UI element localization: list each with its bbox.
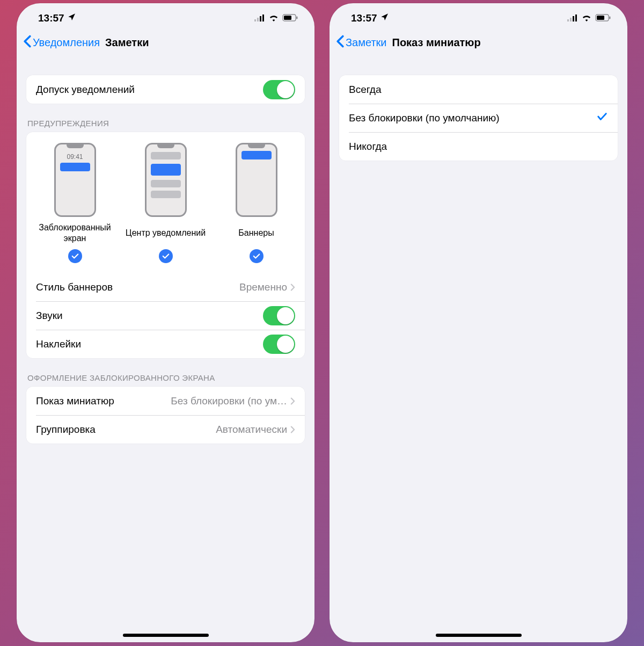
- alert-lock-check[interactable]: [68, 249, 82, 263]
- alert-banner-check[interactable]: [250, 249, 264, 263]
- badges-row[interactable]: Наклейки: [26, 330, 305, 358]
- svg-rect-1: [257, 18, 259, 21]
- alert-lock-label: Заблокированный экран: [30, 222, 120, 244]
- signal-icon: [567, 12, 578, 24]
- status-icons: [254, 12, 298, 24]
- grouping-label: Группировка: [36, 424, 96, 435]
- grouping-row[interactable]: Группировка Автоматически: [26, 415, 305, 444]
- signal-icon: [254, 12, 265, 24]
- previews-value: Без блокировки (по ум…: [171, 395, 287, 407]
- lockscreen-group: Показ миниатюр Без блокировки (по ум… Гр…: [26, 387, 305, 444]
- home-indicator[interactable]: [123, 634, 209, 637]
- badges-label: Наклейки: [36, 338, 81, 350]
- phone-right-previews: 13:57 Заметки Показ миниатюр: [330, 3, 627, 642]
- svg-rect-10: [575, 14, 577, 21]
- chevron-left-icon: [336, 35, 345, 50]
- grouping-value: Автоматически: [216, 424, 287, 435]
- alert-notif-center[interactable]: Центр уведомлений: [120, 143, 211, 263]
- allow-label: Допуск уведомлений: [36, 84, 135, 96]
- wifi-icon: [581, 12, 592, 24]
- badges-toggle[interactable]: [263, 335, 295, 354]
- sounds-label: Звуки: [36, 310, 63, 322]
- home-indicator[interactable]: [436, 634, 522, 637]
- checkmark-icon: [596, 111, 608, 125]
- status-bar: 13:57: [330, 3, 627, 29]
- option-label: Всегда: [349, 84, 381, 96]
- page-title: Заметки: [105, 37, 149, 49]
- page-title: Показ миниатюр: [392, 37, 481, 49]
- lockscreen-header: ОФОРМЛЕНИЕ ЗАБЛОКИРОВАННОГО ЭКРАНА: [17, 358, 314, 387]
- nav-bar: Заметки Показ миниатюр: [330, 29, 627, 56]
- sounds-toggle[interactable]: [263, 306, 295, 325]
- svg-rect-6: [296, 17, 298, 19]
- preview-options: Всегда Без блокировки (по умолчанию) Ник…: [339, 75, 618, 161]
- allow-notifications-row[interactable]: Допуск уведомлений: [26, 75, 305, 104]
- back-button[interactable]: Заметки: [334, 35, 387, 50]
- status-time-text: 13:57: [351, 12, 377, 24]
- battery-icon: [282, 12, 298, 24]
- previews-row[interactable]: Показ миниатюр Без блокировки (по ум…: [26, 387, 305, 415]
- svg-rect-3: [262, 14, 264, 21]
- alerts-header: ПРЕДУПРЕЖДЕНИЯ: [17, 104, 314, 132]
- lock-preview-time: 09:41: [56, 153, 94, 161]
- phone-left-settings: 13:57 Уведомления Заметки: [17, 3, 314, 642]
- alerts-group: 09:41 Заблокированный экран Центр уведом…: [26, 132, 305, 358]
- option-always[interactable]: Всегда: [339, 75, 618, 104]
- banner-style-row[interactable]: Стиль баннеров Временно: [26, 273, 305, 301]
- banner-style-value: Временно: [239, 281, 287, 293]
- location-icon: [380, 12, 389, 24]
- svg-rect-0: [254, 19, 256, 21]
- chevron-right-icon: [290, 425, 295, 434]
- status-time: 13:57: [38, 12, 76, 24]
- svg-rect-7: [567, 19, 569, 21]
- alert-center-check[interactable]: [159, 249, 173, 263]
- nav-bar: Уведомления Заметки: [17, 29, 314, 56]
- wifi-icon: [268, 12, 279, 24]
- lockscreen-preview-icon: 09:41: [54, 143, 96, 217]
- back-label: Заметки: [346, 37, 387, 49]
- back-label: Уведомления: [33, 37, 100, 49]
- option-never[interactable]: Никогда: [339, 132, 618, 161]
- svg-rect-9: [573, 16, 574, 21]
- status-bar: 13:57: [17, 3, 314, 29]
- svg-rect-5: [284, 16, 291, 20]
- svg-rect-12: [597, 16, 604, 20]
- option-label: Без блокировки (по умолчанию): [349, 112, 500, 124]
- chevron-right-icon: [290, 283, 295, 292]
- alerts-row: 09:41 Заблокированный экран Центр уведом…: [26, 132, 305, 273]
- chevron-left-icon: [23, 35, 32, 50]
- alert-banner-label: Баннеры: [238, 222, 274, 244]
- location-icon: [68, 12, 76, 24]
- notif-center-preview-icon: [145, 143, 187, 217]
- alert-lockscreen[interactable]: 09:41 Заблокированный экран: [30, 143, 120, 263]
- status-time: 13:57: [351, 12, 389, 24]
- svg-rect-2: [260, 16, 261, 21]
- banner-preview-icon: [236, 143, 277, 217]
- status-icons: [567, 12, 611, 24]
- svg-rect-13: [609, 17, 611, 19]
- sounds-row[interactable]: Звуки: [26, 301, 305, 330]
- banner-style-label: Стиль баннеров: [36, 281, 113, 293]
- chevron-right-icon: [290, 397, 295, 405]
- battery-icon: [595, 12, 611, 24]
- alert-banners[interactable]: Баннеры: [211, 143, 302, 263]
- previews-label: Показ миниатюр: [36, 395, 114, 407]
- allow-toggle[interactable]: [263, 80, 295, 99]
- allow-group: Допуск уведомлений: [26, 75, 305, 104]
- status-time-text: 13:57: [38, 12, 64, 24]
- svg-rect-8: [570, 18, 572, 21]
- option-label: Никогда: [349, 141, 387, 153]
- back-button[interactable]: Уведомления: [21, 35, 100, 50]
- option-unlocked-default[interactable]: Без блокировки (по умолчанию): [339, 104, 618, 132]
- alert-center-label: Центр уведомлений: [126, 222, 206, 244]
